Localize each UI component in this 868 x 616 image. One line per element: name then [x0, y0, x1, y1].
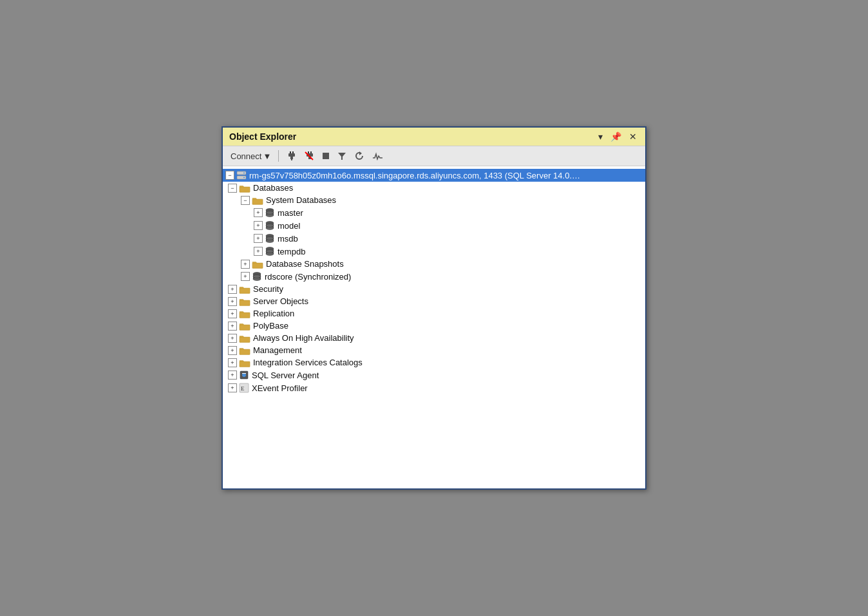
connect-button[interactable]: Connect ▼: [228, 150, 274, 162]
tree-item-xevent[interactable]: + E XEvent Profiler: [223, 381, 645, 394]
label-management: Management: [253, 345, 302, 355]
label-tempdb: tempdb: [278, 247, 305, 256]
filter-button[interactable]: [335, 150, 349, 162]
stop-button[interactable]: [319, 151, 332, 161]
expander-rdscore[interactable]: +: [241, 272, 250, 281]
dock-button[interactable]: 📌: [609, 131, 623, 142]
svg-rect-3: [290, 157, 293, 159]
tree-item-sql-agent[interactable]: + SQL Server Agent: [223, 369, 645, 381]
server-label: rm-gs57v758h05z0mh1o6o.mssql.singapore.r…: [249, 171, 584, 180]
expander-always-on[interactable]: +: [228, 334, 237, 343]
expander-server-objects[interactable]: +: [228, 297, 237, 306]
svg-rect-43: [240, 325, 250, 330]
label-msdb: msdb: [278, 234, 298, 244]
svg-point-22: [266, 211, 274, 215]
toolbar-separator-1: [278, 150, 279, 162]
svg-point-34: [266, 250, 274, 253]
folder-icon-always-on: [239, 334, 250, 343]
label-rdscore: rdscore (Synchronized): [265, 272, 351, 282]
tree-item-always-on[interactable]: + Always On High Availability: [223, 332, 645, 344]
server-expander[interactable]: −: [225, 171, 234, 180]
tree-item-database-snapshots[interactable]: + Database Snapshots: [223, 258, 645, 270]
svg-rect-45: [240, 349, 250, 354]
svg-rect-4: [291, 159, 292, 160]
disconnect-icon: [304, 151, 314, 161]
server-node[interactable]: − rm-gs57v758h05z0mh1o6o.mssql.singapore…: [223, 169, 645, 182]
database-icon-tempdb: [265, 246, 275, 256]
connect-icon-button[interactable]: [283, 149, 299, 162]
tree-item-databases[interactable]: − Databases: [223, 182, 645, 194]
activity-monitor-button[interactable]: [370, 150, 386, 162]
folder-icon-integration-services: [239, 358, 250, 367]
expander-master[interactable]: +: [254, 208, 263, 217]
svg-point-16: [243, 177, 245, 178]
agent-icon-sql-agent: [239, 370, 249, 380]
server-icon: [236, 170, 247, 180]
tree-item-security[interactable]: + Security: [223, 283, 645, 295]
tree-item-server-objects[interactable]: + Server Objects: [223, 295, 645, 307]
connect-dropdown-icon[interactable]: ▼: [263, 151, 271, 161]
folder-icon-polybase: [239, 322, 250, 331]
folder-icon-replication: [239, 309, 250, 318]
expander-database-snapshots[interactable]: +: [241, 260, 250, 269]
tree-item-system-databases[interactable]: − System Databases: [223, 194, 645, 206]
tree-item-tempdb[interactable]: + tempdb: [223, 245, 645, 258]
tree-item-rdscore[interactable]: + rdscore (Synchronized): [223, 270, 645, 283]
folder-icon-server-objects: [239, 297, 250, 306]
stop-icon: [322, 152, 330, 160]
folder-icon-database-snapshots: [252, 260, 263, 269]
expander-management[interactable]: +: [228, 346, 237, 355]
disconnect-button[interactable]: [301, 149, 317, 162]
svg-rect-18: [252, 199, 263, 204]
tree-item-master[interactable]: + master: [223, 206, 645, 219]
label-replication: Replication: [253, 309, 294, 318]
expander-security[interactable]: +: [228, 285, 237, 294]
svg-rect-42: [240, 313, 250, 318]
expander-sql-agent[interactable]: +: [228, 371, 237, 380]
svg-rect-17: [240, 187, 250, 192]
folder-icon-databases: [239, 184, 250, 193]
title-bar: Object Explorer ▾ 📌 ✕: [223, 128, 645, 146]
svg-rect-41: [240, 300, 250, 305]
tree-item-management[interactable]: + Management: [223, 344, 645, 356]
tree-item-polybase[interactable]: + PolyBase: [223, 320, 645, 332]
label-server-objects: Server Objects: [253, 296, 308, 306]
label-always-on: Always On High Availability: [253, 333, 354, 343]
label-databases: Databases: [253, 183, 293, 193]
close-button[interactable]: ✕: [627, 131, 639, 142]
svg-marker-11: [338, 153, 346, 160]
activity-icon: [372, 151, 384, 160]
window-title: Object Explorer: [229, 131, 296, 142]
svg-point-39: [253, 275, 261, 278]
tree-item-model[interactable]: + model: [223, 219, 645, 232]
expander-replication[interactable]: +: [228, 309, 237, 318]
svg-rect-44: [240, 337, 250, 342]
expander-databases[interactable]: −: [228, 184, 237, 193]
svg-rect-10: [323, 153, 329, 159]
database-icon-msdb: [265, 233, 275, 244]
database-icon-model: [265, 220, 275, 231]
expander-msdb[interactable]: +: [254, 234, 263, 243]
label-security: Security: [253, 284, 283, 294]
expander-xevent[interactable]: +: [228, 383, 237, 392]
expander-polybase[interactable]: +: [228, 322, 237, 331]
label-database-snapshots: Database Snapshots: [266, 259, 344, 269]
svg-rect-49: [242, 373, 246, 374]
pin-button[interactable]: ▾: [596, 131, 605, 142]
label-model: model: [278, 221, 300, 231]
tree-item-msdb[interactable]: + msdb: [223, 232, 645, 245]
expander-model[interactable]: +: [254, 221, 263, 230]
folder-icon-system-databases: [252, 196, 263, 205]
svg-marker-12: [359, 151, 362, 155]
expander-system-databases[interactable]: −: [241, 196, 250, 205]
refresh-button[interactable]: [352, 149, 367, 162]
toolbar: Connect ▼: [223, 146, 645, 166]
tree-item-replication[interactable]: + Replication: [223, 307, 645, 320]
expander-integration-services[interactable]: +: [228, 358, 237, 367]
database-icon-rdscore: [252, 271, 262, 282]
expander-tempdb[interactable]: +: [254, 247, 263, 256]
svg-rect-40: [240, 288, 250, 293]
svg-point-15: [243, 173, 245, 174]
tree-item-integration-services[interactable]: + Integration Services Catalogs: [223, 356, 645, 369]
svg-point-30: [266, 237, 274, 240]
